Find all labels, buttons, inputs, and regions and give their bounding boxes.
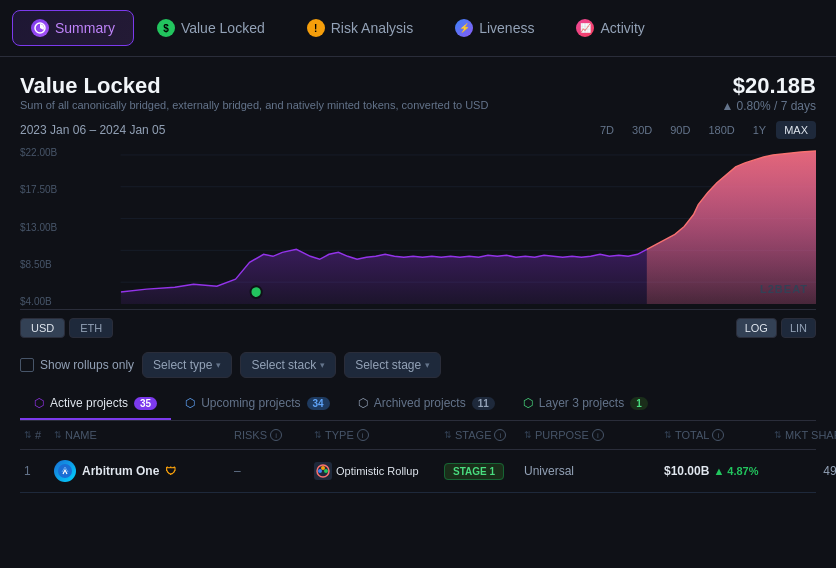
type-select[interactable]: Select type ▾ <box>142 352 232 378</box>
col-mkt-share-label: MKT SHARE <box>785 429 836 441</box>
layer3-projects-badge: 1 <box>630 397 648 410</box>
chart-controls: 2023 Jan 06 – 2024 Jan 05 7D 30D 90D 180… <box>20 121 816 139</box>
type-chevron-icon: ▾ <box>216 360 221 370</box>
stage-chevron-icon: ▾ <box>425 360 430 370</box>
active-projects-label: Active projects <box>50 396 128 410</box>
rollup-label: Show rollups only <box>40 358 134 372</box>
filter-row: Show rollups only Select type ▾ Select s… <box>20 352 816 378</box>
total-cell: $10.00B ▲ 4.87% <box>664 464 774 478</box>
y-label-5: $4.00B <box>20 296 72 307</box>
col-type[interactable]: ⇅ TYPE i <box>314 429 444 441</box>
type-info-icon[interactable]: i <box>357 429 369 441</box>
time-90d-button[interactable]: 90D <box>662 121 698 139</box>
tab-upcoming-projects[interactable]: ⬡ Upcoming projects 34 <box>171 388 344 420</box>
project-tabs: ⬡ Active projects 35 ⬡ Upcoming projects… <box>20 388 816 421</box>
scale-buttons: LOG LIN <box>736 318 816 338</box>
tab-liveness[interactable]: ⚡ Liveness <box>436 10 553 46</box>
time-max-button[interactable]: MAX <box>776 121 816 139</box>
usd-button[interactable]: USD <box>20 318 65 338</box>
col-name[interactable]: ⇅ NAME <box>54 429 234 441</box>
value-subtitle: Sum of all canonically bridged, external… <box>20 99 488 111</box>
svg-point-13 <box>321 466 325 470</box>
col-stage[interactable]: ⇅ STAGE i <box>444 429 524 441</box>
svg-point-12 <box>324 469 328 473</box>
stack-select[interactable]: Select stack ▾ <box>240 352 336 378</box>
stage-info-icon[interactable]: i <box>494 429 506 441</box>
chart-svg <box>20 145 816 309</box>
value-header: Value Locked Sum of all canonically brid… <box>20 73 816 117</box>
mkt-share-cell: 49.53% <box>774 464 836 478</box>
purpose-info-icon[interactable]: i <box>592 429 604 441</box>
tab-liveness-label: Liveness <box>479 20 534 36</box>
col-name-label: NAME <box>65 429 97 441</box>
type-cell: Optimistic Rollup <box>314 462 444 480</box>
summary-icon <box>31 19 49 37</box>
change-badge: ▲ 4.87% <box>713 465 758 477</box>
col-num-label: # <box>35 429 41 441</box>
col-num[interactable]: ⇅ # <box>24 429 54 441</box>
risk-icon: ! <box>307 19 325 37</box>
tab-active-projects[interactable]: ⬡ Active projects 35 <box>20 388 171 420</box>
tab-summary-label: Summary <box>55 20 115 36</box>
date-range: 2023 Jan 06 – 2024 Jan 05 <box>20 123 165 137</box>
col-stage-label: STAGE <box>455 429 491 441</box>
watermark: L2BEAT <box>760 283 808 295</box>
tab-archived-projects[interactable]: ⬡ Archived projects 11 <box>344 388 509 420</box>
archived-projects-badge: 11 <box>472 397 495 410</box>
y-label-4: $8.50B <box>20 259 72 270</box>
main-content: Value Locked Sum of all canonically brid… <box>0 57 836 509</box>
tab-risk-analysis[interactable]: ! Risk Analysis <box>288 10 432 46</box>
stage-select[interactable]: Select stage ▾ <box>344 352 441 378</box>
value-amount: $20.18B <box>721 73 816 99</box>
col-mkt-share[interactable]: ⇅ MKT SHARE i <box>774 429 836 441</box>
time-7d-button[interactable]: 7D <box>592 121 622 139</box>
arbitrum-logo <box>54 460 76 482</box>
col-total-label: TOTAL <box>675 429 709 441</box>
y-label-1: $22.00B <box>20 147 72 158</box>
stage-badge: STAGE 1 <box>444 463 504 480</box>
lin-button[interactable]: LIN <box>781 318 816 338</box>
currency-buttons: USD ETH <box>20 318 113 338</box>
col-type-label: TYPE <box>325 429 354 441</box>
purpose-cell: Universal <box>524 464 664 478</box>
value-change: ▲ 0.80% / 7 days <box>721 99 816 113</box>
tab-layer3-projects[interactable]: ⬡ Layer 3 projects 1 <box>509 388 662 420</box>
tab-summary[interactable]: Summary <box>12 10 134 46</box>
upcoming-projects-badge: 34 <box>307 397 330 410</box>
y-label-3: $13.00B <box>20 222 72 233</box>
nav-tabs: Summary $ Value Locked ! Risk Analysis ⚡… <box>0 0 836 57</box>
liveness-icon: ⚡ <box>455 19 473 37</box>
value-icon: $ <box>157 19 175 37</box>
tab-value-locked[interactable]: $ Value Locked <box>138 10 284 46</box>
table-row: 1 Arbitrum One 🛡 – Optimistic Rollup <box>20 450 816 493</box>
col-total[interactable]: ⇅ TOTAL i <box>664 429 774 441</box>
time-30d-button[interactable]: 30D <box>624 121 660 139</box>
col-risks[interactable]: RISKS i <box>234 429 314 441</box>
project-name-cell[interactable]: Arbitrum One 🛡 <box>54 460 234 482</box>
risks-cell: – <box>234 464 314 478</box>
active-projects-badge: 35 <box>134 397 157 410</box>
total-info-icon[interactable]: i <box>712 429 724 441</box>
eth-button[interactable]: ETH <box>69 318 113 338</box>
table-header: ⇅ # ⇅ NAME RISKS i ⇅ TYPE i ⇅ STAGE i ⇅ … <box>20 421 816 450</box>
col-risks-label: RISKS <box>234 429 267 441</box>
layer3-projects-label: Layer 3 projects <box>539 396 624 410</box>
verified-icon: 🛡 <box>165 465 176 477</box>
svg-point-11 <box>318 469 322 473</box>
tab-activity-label: Activity <box>600 20 644 36</box>
tab-value-label: Value Locked <box>181 20 265 36</box>
archived-projects-label: Archived projects <box>374 396 466 410</box>
optimistic-rollup-icon <box>314 462 332 480</box>
rollup-checkbox[interactable] <box>20 358 34 372</box>
risks-info-icon[interactable]: i <box>270 429 282 441</box>
time-180d-button[interactable]: 180D <box>700 121 742 139</box>
time-1y-button[interactable]: 1Y <box>745 121 774 139</box>
col-purpose[interactable]: ⇅ PURPOSE i <box>524 429 664 441</box>
tab-activity[interactable]: 📈 Activity <box>557 10 663 46</box>
rollup-toggle[interactable]: Show rollups only <box>20 358 134 372</box>
time-buttons: 7D 30D 90D 180D 1Y MAX <box>592 121 816 139</box>
log-button[interactable]: LOG <box>736 318 777 338</box>
tab-risk-label: Risk Analysis <box>331 20 413 36</box>
chart-y-labels: $22.00B $17.50B $13.00B $8.50B $4.00B <box>20 145 72 309</box>
col-purpose-label: PURPOSE <box>535 429 589 441</box>
